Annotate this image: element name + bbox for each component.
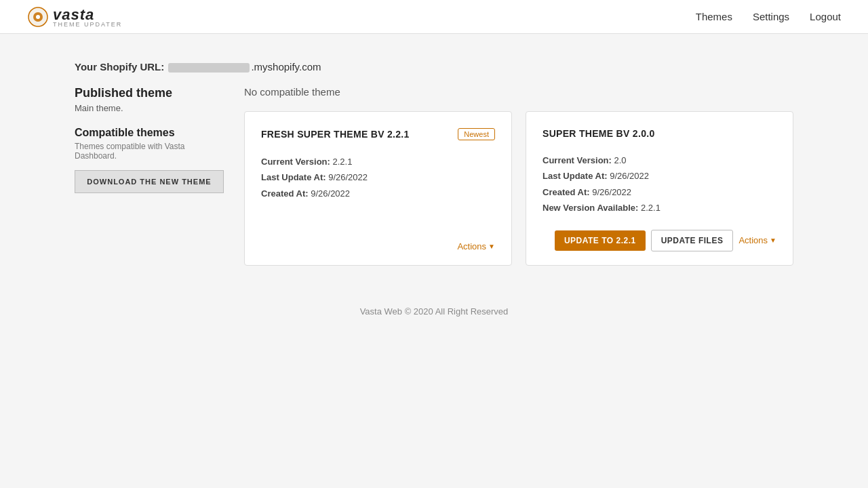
logo-sub: THEME UPDATER	[53, 21, 122, 28]
fresh-current-version: Current Version: 2.2.1	[261, 154, 495, 169]
svg-point-2	[36, 15, 40, 19]
footer-text: Vasta Web © 2020 All Right Reserved	[360, 306, 509, 317]
no-compatible-text: No compatible theme	[244, 86, 793, 98]
logo: vasta THEME UPDATER	[27, 6, 122, 28]
themes-area: No compatible theme FRESH SUPER THEME BV…	[244, 86, 793, 266]
fresh-theme-actions: Actions ▼	[261, 228, 495, 251]
fresh-theme-title: FRESH SUPER THEME BV 2.2.1	[261, 129, 410, 140]
published-theme-title: Published theme	[75, 86, 224, 100]
download-new-theme-button[interactable]: DOWNLOAD THE NEW THEME	[75, 170, 224, 193]
compatible-themes-title: Compatible themes	[75, 127, 224, 139]
logo-icon	[27, 6, 49, 28]
fresh-actions-chevron-icon: ▼	[488, 243, 495, 250]
nav-themes[interactable]: Themes	[696, 11, 732, 22]
super-actions-link[interactable]: Actions ▼	[738, 235, 776, 245]
super-theme-title: SUPER THEME BV 2.0.0	[542, 128, 655, 139]
theme-card-fresh: FRESH SUPER THEME BV 2.2.1 Newest Curren…	[244, 111, 512, 266]
sidebar: Published theme Main theme. Compatible t…	[75, 86, 224, 193]
published-theme-sub: Main theme.	[75, 103, 224, 113]
fresh-created-at: Created At: 9/26/2022	[261, 186, 495, 201]
update-to-221-button[interactable]: UPDATE TO 2.2.1	[555, 230, 646, 251]
super-current-version: Current Version: 2.0	[542, 152, 776, 168]
shopify-url-label: Your Shopify URL:	[75, 61, 164, 73]
page-layout: Published theme Main theme. Compatible t…	[75, 86, 793, 266]
theme-card-fresh-header: FRESH SUPER THEME BV 2.2.1 Newest	[261, 128, 495, 140]
super-theme-actions: UPDATE TO 2.2.1 UPDATE FILES Actions ▼	[542, 216, 776, 251]
themes-grid: FRESH SUPER THEME BV 2.2.1 Newest Curren…	[244, 111, 793, 266]
main-nav: Themes Settings Logout	[696, 11, 841, 22]
nav-settings[interactable]: Settings	[753, 11, 789, 22]
theme-card-super-header: SUPER THEME BV 2.0.0	[542, 128, 776, 139]
main-content: Your Shopify URL: .myshopify.com Publish…	[61, 34, 807, 371]
shopify-url-blur	[168, 63, 250, 73]
super-theme-info: Current Version: 2.0 Last Update At: 9/2…	[542, 152, 776, 216]
update-files-button[interactable]: UPDATE FILES	[651, 230, 734, 251]
shopify-url-suffix: .myshopify.com	[251, 61, 321, 73]
page-footer: Vasta Web © 2020 All Right Reserved	[75, 306, 793, 344]
shopify-url-row: Your Shopify URL: .myshopify.com	[75, 61, 793, 73]
fresh-last-update: Last Update At: 9/26/2022	[261, 169, 495, 185]
app-header: vasta THEME UPDATER Themes Settings Logo…	[0, 0, 868, 34]
fresh-theme-info: Current Version: 2.2.1 Last Update At: 9…	[261, 154, 495, 201]
super-actions-chevron-icon: ▼	[770, 237, 776, 244]
super-last-update: Last Update At: 9/26/2022	[542, 168, 776, 184]
super-new-version: New Version Available: 2.2.1	[542, 200, 776, 216]
theme-card-super: SUPER THEME BV 2.0.0 Current Version: 2.…	[526, 111, 793, 266]
nav-logout[interactable]: Logout	[810, 11, 841, 22]
fresh-newest-badge: Newest	[458, 128, 495, 140]
fresh-actions-link[interactable]: Actions ▼	[457, 241, 495, 251]
compatible-themes-sub: Themes compatible with Vasta Dashboard.	[75, 142, 224, 161]
super-created-at: Created At: 9/26/2022	[542, 184, 776, 200]
